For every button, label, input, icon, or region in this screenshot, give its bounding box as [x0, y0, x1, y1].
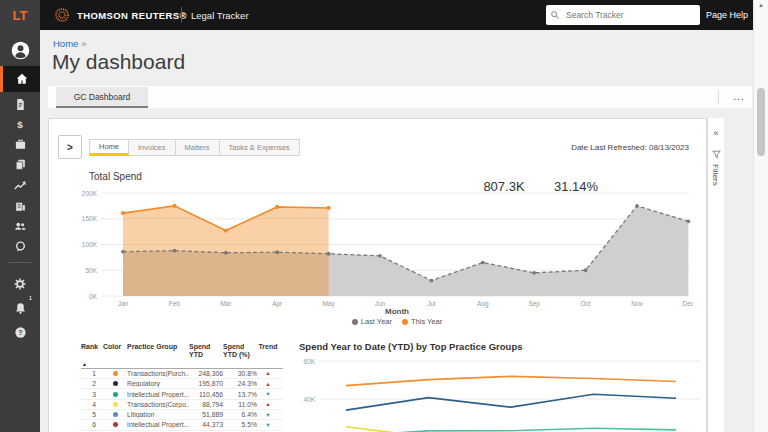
sidebar-item-notifications[interactable]: 1 [0, 298, 40, 318]
cell-color [103, 412, 127, 417]
sidebar-item-reports[interactable] [0, 176, 40, 196]
page-help-link[interactable]: Page Help [706, 10, 748, 20]
svg-text:Jul: Jul [427, 300, 436, 307]
breadcrumb-home-link[interactable]: Home [53, 38, 78, 49]
panel-tab-matters[interactable]: Matters [176, 139, 220, 156]
cell-spend-ytd-pct: 24.3% [223, 380, 257, 387]
cell-color [103, 392, 127, 397]
help-icon: ? [14, 326, 27, 339]
user-avatar-icon [10, 40, 31, 61]
legend-item-this-year: This Year [402, 317, 442, 326]
svg-text:Feb: Feb [169, 300, 181, 307]
svg-text:0K: 0K [89, 293, 98, 300]
svg-text:50K: 50K [85, 267, 97, 274]
column-header-rank[interactable]: Rank [81, 343, 103, 360]
table-row[interactable]: 6Intellectual Propert...44,3735.5%▼ [81, 420, 283, 430]
x-axis-title: Month [101, 307, 693, 316]
svg-text:Jan: Jan [118, 300, 129, 307]
tab-gc-dashboard[interactable]: GC Dashboard [56, 87, 148, 108]
table-row[interactable]: 2Regulatory195,87024.3%▲ [81, 379, 283, 389]
svg-text:Jun: Jun [375, 300, 386, 307]
sidebar-item-spend[interactable]: $ [0, 114, 40, 134]
column-header-color[interactable]: Color [103, 343, 127, 360]
sidebar-item-messages[interactable] [0, 236, 40, 256]
svg-text:Dec: Dec [683, 300, 693, 307]
svg-text:200K: 200K [82, 190, 98, 197]
cell-spend-ytd-pct: 11.0% [223, 401, 257, 408]
topbar: LT THOMSON REUTERS® Legal Tracker Page H… [0, 0, 768, 30]
sidebar-item-home[interactable] [0, 66, 40, 92]
cell-practice-group: Intellectual Propert... [127, 421, 189, 428]
home-icon [15, 72, 29, 86]
cell-rank: 4 [81, 401, 103, 408]
column-header-spend-ytd-[interactable]: Spend YTD (%) [223, 343, 257, 360]
page-scrollbar[interactable]: ▲ [753, 0, 768, 432]
document-icon [14, 98, 27, 111]
report-tabs: HomeInvoicesMattersTasks & Expenses [89, 139, 300, 156]
filters-label: Filters [711, 164, 720, 186]
sidebar-item-invoices[interactable] [0, 94, 40, 114]
cell-rank: 5 [81, 411, 103, 418]
table-row[interactable]: 1Transactions|Purch...248,30630.8%▲ [81, 369, 283, 379]
practice-group-color-dot [113, 381, 118, 386]
table-row[interactable]: 4Transactions|Corpo...88,79411.0%▲ [81, 400, 283, 410]
people-icon [13, 219, 27, 233]
strip-divider [718, 90, 719, 104]
thomson-reuters-logo-icon [54, 7, 70, 23]
cell-trend-down: ▼ [257, 422, 279, 428]
search-box[interactable] [546, 5, 700, 25]
scrollbar-thumb[interactable] [757, 88, 765, 156]
scrollbar-up-arrow[interactable]: ▲ [754, 2, 768, 8]
date-last-refreshed: Date Last Refreshed: 08/13/2023 [571, 143, 689, 152]
cell-practice-group: Litigation [127, 411, 189, 418]
panel-tab-invoices[interactable]: Invoices [129, 139, 176, 156]
dollar-icon: $ [13, 117, 27, 131]
sidebar-item-settings[interactable] [0, 274, 40, 294]
cell-color [103, 422, 127, 427]
more-options-button[interactable]: ... [726, 86, 752, 106]
sidebar-item-office[interactable] [0, 196, 40, 216]
svg-text:$: $ [17, 119, 23, 130]
cell-spend-ytd: 248,306 [189, 370, 223, 377]
sort-ascending-icon[interactable]: ▲ [82, 361, 87, 367]
breadcrumb-separator: » [81, 38, 86, 49]
cell-rank: 3 [81, 391, 103, 398]
chat-icon [14, 240, 27, 253]
column-header-practice-group[interactable]: Practice Group [127, 343, 189, 360]
sidebar-item-contacts[interactable] [0, 216, 40, 236]
sidebar-item-user[interactable] [0, 38, 40, 62]
dashboard-tab-strip: GC Dashboard ... [48, 86, 752, 108]
sidebar-item-documents[interactable] [0, 154, 40, 174]
sidebar: $ [0, 30, 40, 432]
cell-rank: 2 [81, 380, 103, 387]
copy-icon [14, 158, 27, 171]
column-header-trend[interactable]: Trend [257, 343, 279, 360]
column-header-spend-ytd[interactable]: Spend YTD [189, 343, 223, 360]
filter-funnel-icon [712, 150, 721, 159]
sidebar-item-matters[interactable] [0, 134, 40, 154]
search-input[interactable] [564, 9, 688, 21]
collapse-filters-icon[interactable]: « [708, 128, 724, 138]
lt-logo[interactable]: LT [0, 0, 40, 30]
topbar-divider [181, 7, 182, 23]
cell-rank: 1 [81, 370, 103, 377]
svg-text:150K: 150K [82, 215, 98, 222]
sidebar-divider [9, 262, 31, 263]
svg-text:?: ? [18, 329, 22, 336]
chart-title-total-spend: Total Spend [89, 171, 142, 182]
practice-group-color-dot [113, 371, 118, 376]
table-row[interactable]: 3Intellectual Propert...110,45613.7%▼ [81, 389, 283, 399]
panel-tab-home[interactable]: Home [89, 139, 129, 156]
panel-tab-tasks-expenses[interactable]: Tasks & Expenses [220, 139, 300, 156]
legal-tracker-app: LT THOMSON REUTERS® Legal Tracker Page H… [0, 0, 768, 432]
legend-item-last-year: Last Year [352, 317, 392, 326]
table-row[interactable]: 5Litigation51,8896.4%▼ [81, 410, 283, 420]
chart-legend: Last YearThis Year [101, 317, 693, 326]
sidebar-item-help[interactable]: ? [0, 322, 40, 342]
cell-spend-ytd: 88,794 [189, 401, 223, 408]
cell-practice-group: Transactions|Purch... [127, 370, 189, 377]
cell-rank: 6 [81, 421, 103, 428]
filters-rail[interactable]: « Filters [707, 118, 724, 432]
expand-panel-button[interactable]: > [58, 135, 82, 159]
practice-group-color-dot [113, 392, 118, 397]
